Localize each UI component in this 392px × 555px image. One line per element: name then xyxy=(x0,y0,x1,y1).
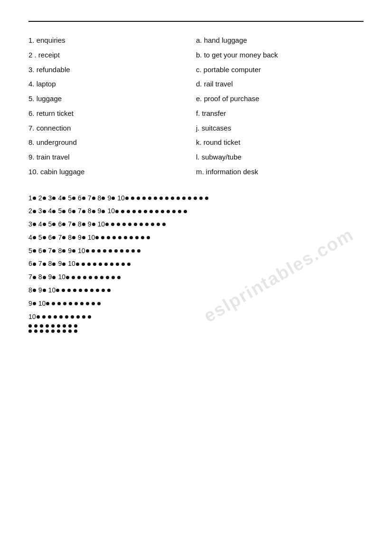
grid-dot xyxy=(52,210,56,213)
grid-dot xyxy=(33,236,36,239)
plain-dot xyxy=(97,302,101,305)
plain-dot xyxy=(54,315,57,319)
grid-num-label: 3 xyxy=(38,206,42,217)
plain-dot xyxy=(46,329,49,333)
grid-row: 8910 xyxy=(28,285,364,296)
grid-dot xyxy=(43,236,46,239)
grid-number-dot: 5 xyxy=(38,232,47,244)
plain-dot xyxy=(106,276,109,279)
plain-dot xyxy=(117,276,121,279)
grid-num-label: 8 xyxy=(98,193,102,204)
grid-dot xyxy=(92,210,95,213)
vocab-left-item: 4. laptop xyxy=(28,77,196,92)
grid-row: 12345678910 xyxy=(28,193,364,204)
plain-dot xyxy=(88,315,91,319)
grid-number-dot: 6 xyxy=(68,206,77,217)
plain-dot xyxy=(137,197,140,200)
plain-dot xyxy=(28,329,32,333)
plain-dot xyxy=(93,263,96,266)
plain-dot xyxy=(34,329,37,333)
dot-sequence: 12345678910 xyxy=(28,193,211,204)
grid-number-dot: 9 xyxy=(98,206,107,217)
grid-row: 2345678910 xyxy=(28,206,364,217)
grid-number-dot: 9 xyxy=(78,232,87,244)
vocab-right-item: m. information desk xyxy=(196,165,364,179)
plain-dot xyxy=(67,289,71,292)
grid-number-dot: 6 xyxy=(78,193,87,204)
grid-num-label: 9 xyxy=(107,193,111,204)
plain-dot xyxy=(131,197,134,200)
plain-dot xyxy=(112,236,116,239)
plain-dot xyxy=(71,315,74,319)
grid-number-dot: 3 xyxy=(48,193,57,204)
grid-dot xyxy=(86,249,89,253)
grid-num-label: 10 xyxy=(98,219,105,230)
grid-number-dot: 2 xyxy=(38,193,47,204)
grid-number-dot: 5 xyxy=(58,206,67,217)
grid-number-dot: 8 xyxy=(78,219,87,230)
plain-dot xyxy=(107,236,110,239)
vocab-left-item: 7. connection xyxy=(28,121,196,136)
plain-dot xyxy=(147,236,150,239)
grid-number-dot: 7 xyxy=(78,206,87,217)
plain-dot xyxy=(79,289,82,292)
plain-dot xyxy=(104,263,108,266)
grid-num-label: 4 xyxy=(38,219,42,230)
vocab-right-item: d. rail travel xyxy=(196,77,364,92)
grid-dot xyxy=(95,236,99,239)
grid-num-label: 9 xyxy=(48,272,52,283)
plain-dot xyxy=(116,263,119,266)
grid-number-dot: 7 xyxy=(28,272,37,283)
grid-dot xyxy=(72,236,75,239)
plain-dot xyxy=(124,236,127,239)
plain-dot xyxy=(52,302,55,305)
grid-number-dot: 4 xyxy=(38,219,47,230)
plain-dot xyxy=(145,223,149,226)
grid-num-label: 2 xyxy=(38,193,42,204)
grid-dot xyxy=(82,223,85,226)
grid-num-label: 10 xyxy=(107,206,115,217)
dot-sequence: 5678910 xyxy=(28,245,143,257)
plain-dot xyxy=(114,249,118,253)
grid-number-dot: 8 xyxy=(88,206,97,217)
plain-dot xyxy=(65,315,68,319)
grid-num-label: 9 xyxy=(58,258,62,270)
grid-dot xyxy=(82,236,85,239)
dot-sequence: 678910 xyxy=(28,258,133,270)
grid-number-dot: 10 xyxy=(78,245,91,257)
grid-dot xyxy=(33,263,36,266)
plain-dot xyxy=(76,315,80,319)
plain-dot xyxy=(141,236,144,239)
plain-dot xyxy=(109,249,112,253)
grid-number-dot: 8 xyxy=(48,258,57,270)
grid-num-label: 7 xyxy=(38,258,42,270)
grid-number-dot: 9 xyxy=(58,258,67,270)
grid-dot xyxy=(33,223,36,226)
plain-dot xyxy=(110,263,113,266)
grid-number-dot: 6 xyxy=(58,219,67,230)
dot-sequence: 910 xyxy=(28,298,103,310)
plain-dot xyxy=(107,289,111,292)
grid-num-label: 8 xyxy=(48,258,52,270)
grid-dot xyxy=(72,210,75,213)
plain-dot xyxy=(172,210,176,213)
grid-number-dot: 7 xyxy=(58,232,67,244)
plain-dot xyxy=(188,197,191,200)
plain-dot xyxy=(171,197,174,200)
plain-dot xyxy=(178,210,181,213)
grid-dot xyxy=(33,276,36,279)
grid-num-label: 6 xyxy=(58,219,62,230)
plain-dot xyxy=(69,302,72,305)
grid-dot xyxy=(33,249,36,253)
plain-dot xyxy=(167,210,170,213)
plain-dot xyxy=(130,236,133,239)
vocab-left-item: 1. enquiries xyxy=(28,33,196,48)
grid-row: 678910 xyxy=(28,258,364,270)
grid-number-dot: 10 xyxy=(98,219,111,230)
vocab-right-item: l. subway/tube xyxy=(196,150,364,165)
plain-dot xyxy=(51,329,55,333)
grid-dot xyxy=(52,197,56,200)
plain-dot xyxy=(148,197,151,200)
grid-dot xyxy=(33,210,36,213)
grid-dot xyxy=(92,197,95,200)
